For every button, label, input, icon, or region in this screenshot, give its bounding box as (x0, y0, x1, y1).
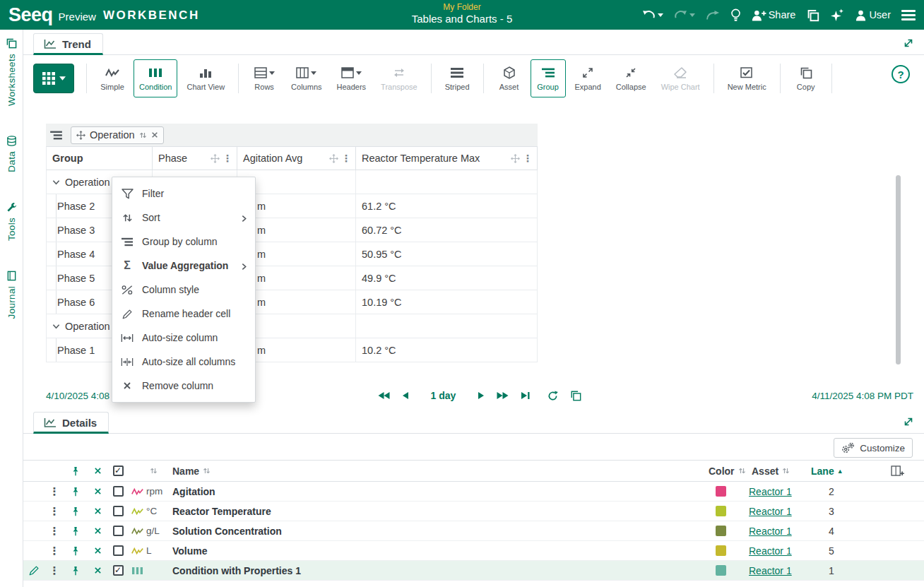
chevron-down-icon[interactable] (52, 324, 60, 329)
details-expand-button[interactable] (903, 415, 914, 427)
menu-item-filter[interactable]: Filter (112, 182, 255, 206)
move-icon[interactable] (329, 154, 338, 163)
item-name[interactable]: Volume (172, 541, 707, 560)
asset-link[interactable]: Reactor 1 (746, 526, 792, 537)
select-all-checkbox[interactable] (113, 466, 124, 476)
ai-assistant-button[interactable] (830, 8, 844, 22)
item-name[interactable]: Reactor Temperature (172, 502, 707, 521)
menu-item-sort[interactable]: Sort (112, 206, 255, 230)
column-header-asset[interactable]: Asset (746, 461, 810, 481)
new-metric-button[interactable]: New Metric (722, 59, 772, 97)
menu-item-column-style[interactable]: Column style (112, 278, 255, 302)
move-icon[interactable] (211, 154, 220, 163)
step-back-button[interactable] (402, 391, 409, 400)
kebab-menu-icon[interactable]: ⋮ (49, 545, 60, 557)
visibility-checkbox[interactable] (113, 565, 124, 576)
customize-button[interactable]: Customize (834, 438, 913, 458)
column-header-agitation-avg[interactable]: Agitation Avg ⋮ (237, 147, 356, 170)
pin-icon[interactable] (71, 526, 81, 536)
worksheets-panel-button[interactable] (806, 8, 819, 22)
range-end[interactable]: 4/11/2025 4:08 PM PDT (812, 391, 913, 401)
pin-icon[interactable] (71, 546, 81, 556)
visibility-checkbox[interactable] (113, 506, 124, 516)
expand-button[interactable]: Expand (569, 59, 607, 97)
asset-link[interactable]: Reactor 1 (746, 506, 792, 517)
simple-button[interactable]: Simple (95, 59, 130, 97)
chevron-down-icon[interactable] (52, 179, 60, 185)
remove-chip-icon[interactable] (151, 131, 158, 138)
duplicate-range-button[interactable] (570, 390, 581, 401)
striped-button[interactable]: Striped (439, 59, 475, 97)
visibility-checkbox[interactable] (113, 526, 124, 536)
collapse-button[interactable]: Collapse (610, 59, 652, 97)
pin-icon[interactable] (71, 506, 81, 516)
asset-link[interactable]: Reactor 1 (746, 565, 792, 576)
column-header-name[interactable]: Name (172, 461, 707, 481)
vertical-scrollbar[interactable] (896, 175, 901, 364)
go-to-now-button[interactable] (521, 391, 530, 400)
visibility-checkbox[interactable] (113, 486, 124, 497)
pin-icon[interactable] (71, 566, 81, 576)
item-name[interactable]: Condition with Properties 1 (172, 561, 707, 580)
step-forward-half-button[interactable] (497, 391, 509, 400)
sidebar-item-worksheets[interactable]: Worksheets (6, 38, 17, 106)
add-column-button[interactable] (853, 461, 924, 481)
tab-trend[interactable]: Trend (33, 33, 103, 55)
column-header-group[interactable]: Group (47, 147, 153, 170)
remove-icon[interactable] (94, 507, 102, 515)
user-menu-button[interactable]: User (855, 9, 891, 21)
kebab-menu-icon[interactable]: ⋮ (49, 525, 60, 538)
move-icon[interactable] (511, 154, 520, 163)
kebab-menu-icon[interactable]: ⋮ (49, 564, 60, 577)
column-menu-icon[interactable]: ⋮ (223, 153, 232, 163)
tab-details[interactable]: Details (33, 412, 109, 434)
remove-icon[interactable] (94, 567, 102, 574)
kebab-menu-icon[interactable]: ⋮ (49, 485, 60, 498)
column-menu-icon[interactable]: ⋮ (523, 153, 533, 163)
group-button[interactable]: Group (531, 59, 566, 97)
sort-icon[interactable] (139, 131, 147, 139)
menu-item-value-aggregation[interactable]: Σ Value Aggregation (112, 254, 255, 278)
columns-dropdown[interactable]: Columns (285, 59, 327, 97)
condition-button[interactable]: Condition (134, 59, 177, 97)
color-swatch[interactable] (716, 486, 726, 497)
menu-item-remove-column[interactable]: Remove column (112, 374, 255, 398)
item-name[interactable]: Solution Concentration (172, 521, 707, 540)
sidebar-item-journal[interactable]: Journal (6, 271, 17, 319)
step-forward-button[interactable] (478, 391, 485, 400)
headers-dropdown[interactable]: Headers (331, 59, 372, 97)
remove-icon[interactable] (94, 487, 102, 495)
pin-icon[interactable] (71, 466, 81, 476)
asset-link[interactable]: Reactor 1 (746, 545, 792, 557)
column-header-lane[interactable]: Lane▲ (810, 461, 853, 481)
menu-item-group-by-column[interactable]: Group by column (112, 230, 255, 254)
column-header-phase[interactable]: Phase ⋮ (153, 147, 237, 170)
lightbulb-button[interactable] (730, 8, 741, 22)
rows-dropdown[interactable]: Rows (247, 59, 282, 97)
remove-icon[interactable] (94, 527, 102, 535)
sort-icon[interactable] (150, 467, 158, 475)
asset-link[interactable]: Reactor 1 (746, 486, 792, 497)
help-button[interactable]: ? (892, 65, 910, 83)
column-menu-icon[interactable]: ⋮ (341, 153, 351, 163)
color-swatch[interactable] (716, 545, 726, 556)
undo-button[interactable] (642, 9, 663, 20)
column-header-color[interactable]: Color (707, 461, 746, 481)
group-chip-operation[interactable]: Operation (71, 126, 164, 144)
hamburger-menu-button[interactable] (901, 10, 916, 20)
table-type-dropdown[interactable] (33, 64, 74, 93)
remove-all-icon[interactable] (94, 467, 102, 475)
color-swatch[interactable] (716, 526, 726, 536)
kebab-menu-icon[interactable]: ⋮ (49, 505, 60, 518)
menu-item-auto-size-column[interactable]: Auto-size column (112, 326, 255, 350)
menu-item-rename-header-cell[interactable]: Rename header cell (112, 302, 255, 326)
refresh-button[interactable] (547, 391, 558, 401)
asset-button[interactable]: Asset (492, 59, 527, 97)
visibility-checkbox[interactable] (113, 545, 124, 556)
pin-icon[interactable] (71, 487, 81, 497)
breadcrumb[interactable]: My Folder (412, 2, 513, 12)
sidebar-item-tools[interactable]: Tools (6, 202, 17, 241)
step-back-half-button[interactable] (378, 391, 390, 400)
color-swatch[interactable] (716, 506, 726, 516)
color-swatch[interactable] (716, 565, 726, 576)
